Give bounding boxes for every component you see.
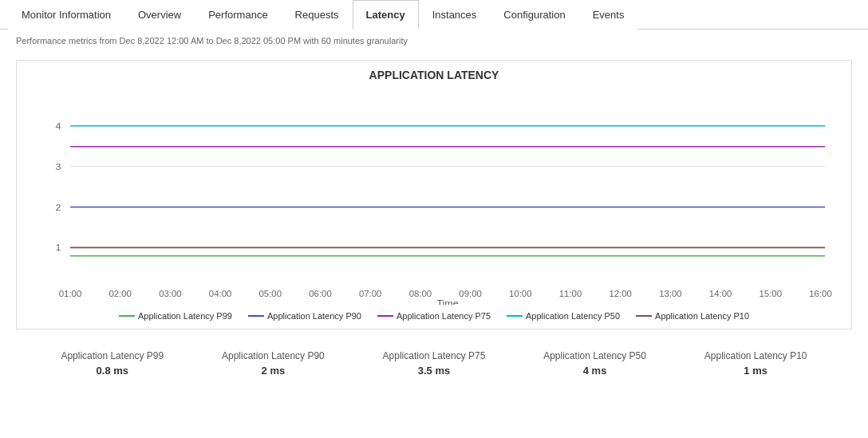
metric-value: 1 ms xyxy=(704,365,807,377)
svg-text:4: 4 xyxy=(56,120,61,131)
chart-area: 1 2 3 4 01:00 02:00 03:00 04:00 05:00 06… xyxy=(25,89,843,305)
svg-text:04:00: 04:00 xyxy=(209,289,232,298)
svg-text:01:00: 01:00 xyxy=(59,289,82,298)
metric-application-latency-p99: Application Latency P990.8 ms xyxy=(61,350,164,377)
svg-text:08:00: 08:00 xyxy=(409,289,432,298)
tab-requests[interactable]: Requests xyxy=(282,0,353,30)
tab-bar: Monitor InformationOverviewPerformanceRe… xyxy=(0,0,868,30)
metric-application-latency-p10: Application Latency P101 ms xyxy=(704,350,807,377)
tab-instances[interactable]: Instances xyxy=(419,0,491,30)
svg-text:12:00: 12:00 xyxy=(609,289,632,298)
tab-events[interactable]: Events xyxy=(579,0,638,30)
tab-monitor-info[interactable]: Monitor Information xyxy=(8,0,124,30)
legend-line-p50 xyxy=(507,315,523,317)
svg-text:14:00: 14:00 xyxy=(709,289,732,298)
legend-p75: Application Latency P75 xyxy=(377,311,491,321)
metric-label: Application Latency P10 xyxy=(704,350,807,361)
legend-p99: Application Latency P99 xyxy=(119,311,232,321)
svg-text:09:00: 09:00 xyxy=(459,289,482,298)
legend-label-p90: Application Latency P90 xyxy=(267,311,361,321)
metric-label: Application Latency P99 xyxy=(61,350,164,361)
metric-value: 2 ms xyxy=(222,365,325,377)
metric-label: Application Latency P90 xyxy=(222,350,325,361)
tab-latency[interactable]: Latency xyxy=(353,0,419,30)
svg-text:06:00: 06:00 xyxy=(309,289,332,298)
metric-value: 0.8 ms xyxy=(61,365,164,377)
svg-text:2: 2 xyxy=(56,202,61,212)
svg-text:02:00: 02:00 xyxy=(108,289,132,298)
metric-label: Application Latency P75 xyxy=(383,350,486,361)
svg-text:16:00: 16:00 xyxy=(809,289,832,298)
svg-text:03:00: 03:00 xyxy=(159,289,182,298)
legend-p90: Application Latency P90 xyxy=(248,311,361,321)
tab-overview[interactable]: Overview xyxy=(124,0,195,30)
svg-text:07:00: 07:00 xyxy=(359,289,382,298)
svg-text:15:00: 15:00 xyxy=(760,289,783,298)
metric-application-latency-p90: Application Latency P902 ms xyxy=(222,350,325,377)
metric-application-latency-p75: Application Latency P753.5 ms xyxy=(383,350,486,377)
legend-p50: Application Latency P50 xyxy=(507,311,620,321)
svg-text:1: 1 xyxy=(56,243,61,253)
svg-text:11:00: 11:00 xyxy=(559,289,582,298)
legend-label-p10: Application Latency P10 xyxy=(655,311,749,321)
latency-chart: 1 2 3 4 01:00 02:00 03:00 04:00 05:00 06… xyxy=(25,89,843,305)
legend-line-p10 xyxy=(636,315,652,317)
tab-configuration[interactable]: Configuration xyxy=(490,0,578,30)
metric-value: 3.5 ms xyxy=(383,365,486,377)
svg-text:05:00: 05:00 xyxy=(259,289,282,298)
metric-value: 4 ms xyxy=(543,365,646,377)
metrics-row: Application Latency P990.8 msApplication… xyxy=(0,337,868,389)
chart-container: APPLICATION LATENCY 1 2 3 4 01:00 02:00 … xyxy=(16,60,852,329)
legend-p10: Application Latency P10 xyxy=(636,311,749,321)
svg-text:10:00: 10:00 xyxy=(509,289,532,298)
tab-performance[interactable]: Performance xyxy=(195,0,281,30)
subtitle-text: Performance metrics from Dec 8,2022 12:0… xyxy=(0,30,868,52)
svg-text:13:00: 13:00 xyxy=(659,289,682,298)
chart-title: APPLICATION LATENCY xyxy=(25,69,843,81)
legend-line-p99 xyxy=(119,315,135,317)
legend-label-p50: Application Latency P50 xyxy=(526,311,620,321)
metric-label: Application Latency P50 xyxy=(543,350,646,361)
svg-text:Time: Time xyxy=(436,298,459,305)
legend-label-p99: Application Latency P99 xyxy=(138,311,232,321)
chart-legend: Application Latency P99 Application Late… xyxy=(25,311,843,321)
metric-application-latency-p50: Application Latency P504 ms xyxy=(543,350,646,377)
svg-text:3: 3 xyxy=(56,161,61,172)
legend-line-p90 xyxy=(248,315,264,317)
legend-label-p75: Application Latency P75 xyxy=(397,311,491,321)
legend-line-p75 xyxy=(377,315,393,317)
